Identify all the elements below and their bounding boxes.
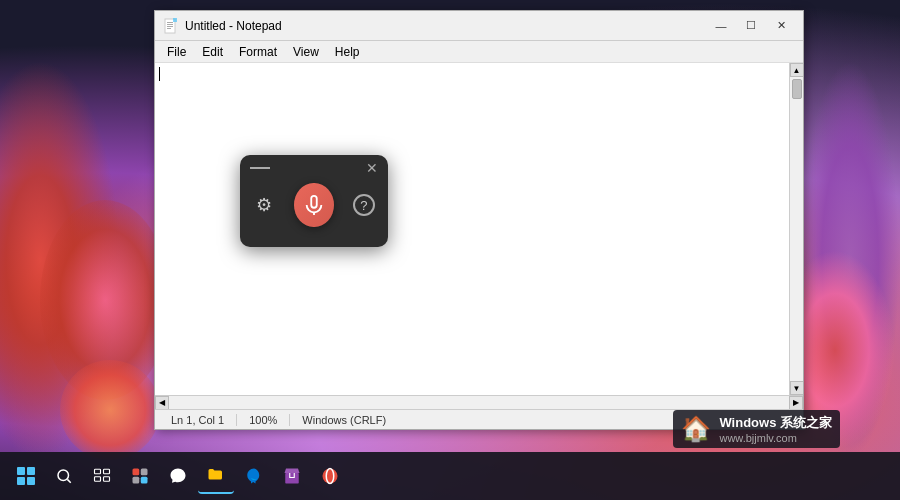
windows-watermark: 🏠 Windows 系统之家 www.bjjmlv.com xyxy=(673,410,840,448)
help-icon: ? xyxy=(353,194,375,216)
svg-rect-11 xyxy=(104,477,110,482)
gear-icon: ⚙ xyxy=(256,194,272,216)
widgets-icon xyxy=(131,467,149,485)
cursor xyxy=(159,67,160,81)
watermark-title: Windows 系统之家 xyxy=(719,414,832,432)
svg-rect-10 xyxy=(95,477,101,482)
scroll-left-arrow[interactable]: ◀ xyxy=(155,396,169,410)
voice-mic-button[interactable] xyxy=(294,183,333,227)
scroll-down-arrow[interactable]: ▼ xyxy=(790,381,804,395)
taskbar-explorer-button[interactable] xyxy=(198,458,234,494)
svg-rect-12 xyxy=(133,469,140,476)
taskbar-search-button[interactable] xyxy=(46,458,82,494)
search-icon xyxy=(55,467,73,485)
window-title: Untitled - Notepad xyxy=(185,19,707,33)
taskbar-widgets-button[interactable] xyxy=(122,458,158,494)
watermark-text: Windows 系统之家 www.bjjmlv.com xyxy=(719,414,832,444)
svg-rect-3 xyxy=(167,26,173,27)
taskbar-store-button[interactable] xyxy=(274,458,310,494)
svg-point-17 xyxy=(323,469,338,484)
house-icon: 🏠 xyxy=(681,415,711,443)
bg-blob-5 xyxy=(60,360,160,460)
win-icon-cell-4 xyxy=(27,477,35,485)
voice-overlay: ✕ ⚙ ? xyxy=(240,155,388,247)
line-ending: Windows (CRLF) xyxy=(290,414,398,426)
win-icon-cell-2 xyxy=(27,467,35,475)
scroll-track xyxy=(169,396,789,409)
watermark-url: www.bjjmlv.com xyxy=(719,432,832,444)
win-icon-cell-3 xyxy=(17,477,25,485)
taskbar-taskview-button[interactable] xyxy=(84,458,120,494)
notepad-icon xyxy=(163,18,179,34)
menu-view[interactable]: View xyxy=(285,41,327,62)
mic-icon xyxy=(303,194,325,216)
title-bar: Untitled - Notepad — ☐ ✕ xyxy=(155,11,803,41)
taskbar-start-button[interactable] xyxy=(8,458,44,494)
svg-line-7 xyxy=(67,479,70,482)
taskbar-chat-button[interactable] xyxy=(160,458,196,494)
svg-rect-5 xyxy=(173,18,177,22)
voice-header: ✕ xyxy=(240,155,388,179)
voice-close-button[interactable]: ✕ xyxy=(366,161,378,175)
cursor-position: Ln 1, Col 1 xyxy=(159,414,237,426)
edge-icon xyxy=(245,467,263,485)
svg-rect-13 xyxy=(141,469,148,476)
scroll-right-arrow[interactable]: ▶ xyxy=(789,396,803,410)
win-icon-cell-1 xyxy=(17,467,25,475)
scroll-thumb[interactable] xyxy=(792,79,802,99)
taskbar-opera-button[interactable] xyxy=(312,458,348,494)
chat-icon xyxy=(169,467,187,485)
scroll-up-arrow[interactable]: ▲ xyxy=(790,63,804,77)
svg-rect-1 xyxy=(167,22,173,23)
folder-icon xyxy=(206,466,226,484)
menu-bar: File Edit Format View Help xyxy=(155,41,803,63)
svg-rect-9 xyxy=(104,469,110,474)
voice-minimize-button[interactable] xyxy=(250,167,270,169)
taskview-icon xyxy=(93,467,111,485)
svg-rect-15 xyxy=(141,477,148,484)
menu-edit[interactable]: Edit xyxy=(194,41,231,62)
svg-rect-16 xyxy=(285,473,299,484)
maximize-button[interactable]: ☐ xyxy=(737,16,765,36)
voice-settings-button[interactable]: ⚙ xyxy=(250,189,278,221)
menu-format[interactable]: Format xyxy=(231,41,285,62)
opera-icon xyxy=(321,467,339,485)
store-icon xyxy=(283,467,301,485)
menu-file[interactable]: File xyxy=(159,41,194,62)
svg-rect-8 xyxy=(95,469,101,474)
scrollbar-vertical[interactable]: ▲ ▼ xyxy=(789,63,803,395)
scrollbar-horizontal[interactable]: ◀ ▶ xyxy=(155,395,803,409)
voice-controls: ⚙ ? xyxy=(240,179,388,235)
svg-point-6 xyxy=(58,470,69,481)
taskbar-edge-button[interactable] xyxy=(236,458,272,494)
windows-icon xyxy=(17,467,35,485)
window-controls: — ☐ ✕ xyxy=(707,16,795,36)
taskbar xyxy=(0,452,900,500)
svg-rect-2 xyxy=(167,24,173,25)
menu-help[interactable]: Help xyxy=(327,41,368,62)
minimize-button[interactable]: — xyxy=(707,16,735,36)
svg-rect-4 xyxy=(167,28,171,29)
zoom-level: 100% xyxy=(237,414,290,426)
svg-rect-14 xyxy=(133,477,140,484)
close-button[interactable]: ✕ xyxy=(767,16,795,36)
voice-help-button[interactable]: ? xyxy=(350,189,378,221)
